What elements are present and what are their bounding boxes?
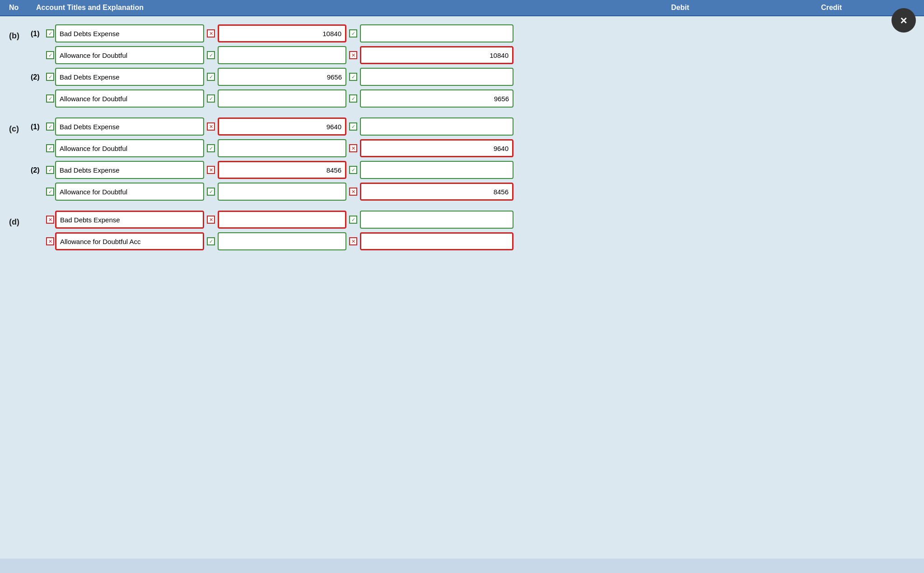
- account-field[interactable]: Bad Debts Expense: [55, 211, 204, 229]
- account-field[interactable]: Bad Debts Expense: [55, 68, 204, 86]
- credit-checkbox[interactable]: ✓: [349, 216, 357, 224]
- account-checkbox[interactable]: ✓: [46, 188, 54, 196]
- account-field[interactable]: Allowance for Doubtful: [55, 139, 204, 157]
- debit-field[interactable]: [218, 232, 346, 250]
- credit-field[interactable]: [360, 211, 513, 229]
- sub-label: [31, 55, 46, 56]
- entry-row: (2)✓Bad Debts Expense✓9656✓: [9, 68, 915, 86]
- account-field[interactable]: Allowance for Doubtful Acc: [55, 232, 204, 250]
- credit-field[interactable]: 8456: [360, 183, 513, 201]
- account-checkbox[interactable]: ✕: [46, 237, 54, 245]
- section-label-d: [9, 239, 31, 244]
- section-label-d: (d): [9, 213, 31, 227]
- section-label-c: [9, 168, 31, 172]
- section-label-c: [9, 189, 31, 194]
- section-label-b: [9, 53, 31, 57]
- section-label-c: (c): [9, 120, 31, 134]
- account-field[interactable]: Bad Debts Expense: [55, 161, 204, 179]
- credit-field[interactable]: 9640: [360, 139, 513, 157]
- account-field[interactable]: Bad Debts Expense: [55, 24, 204, 42]
- sub-label: (2): [31, 165, 46, 174]
- credit-checkbox[interactable]: ✓: [349, 166, 357, 174]
- entry-row: ✓Allowance for Doubtful✓✕9640: [9, 139, 915, 157]
- account-field[interactable]: Allowance for Doubtful: [55, 46, 204, 64]
- debit-checkbox[interactable]: ✕: [207, 29, 215, 38]
- credit-field[interactable]: [360, 24, 513, 42]
- credit-checkbox[interactable]: ✓: [349, 29, 357, 38]
- section-label-c: [9, 146, 31, 150]
- credit-checkbox[interactable]: ✕: [349, 51, 357, 59]
- sub-label: [31, 219, 46, 220]
- debit-field[interactable]: [218, 211, 346, 229]
- sub-label: [31, 191, 46, 192]
- header-account: Account Titles and Explanation: [36, 4, 612, 12]
- debit-checkbox[interactable]: ✓: [207, 51, 215, 59]
- credit-checkbox[interactable]: ✕: [349, 144, 357, 152]
- section-d: (d)✕Bad Debts Expense✕✓✕Allowance for Do…: [9, 207, 915, 256]
- section-c: (c)(1)✓Bad Debts Expense✕9640✓✓Allowance…: [9, 114, 915, 206]
- debit-field[interactable]: [218, 89, 346, 108]
- entry-row: ✓Allowance for Doubtful✓✕10840: [9, 46, 915, 64]
- credit-field[interactable]: 10840: [360, 46, 513, 64]
- account-checkbox[interactable]: ✓: [46, 144, 54, 152]
- entry-row: ✕Allowance for Doubtful Acc✓✕: [9, 232, 915, 250]
- debit-field[interactable]: 8456: [218, 161, 346, 179]
- sub-label: [31, 241, 46, 242]
- debit-field[interactable]: 9656: [218, 68, 346, 86]
- debit-checkbox[interactable]: ✓: [207, 73, 215, 81]
- entry-row: (b)(1)✓Bad Debts Expense✕10840✓: [9, 24, 915, 42]
- account-checkbox[interactable]: ✓: [46, 73, 54, 81]
- header-credit: Credit: [748, 4, 915, 12]
- account-field[interactable]: Allowance for Doubtful: [55, 183, 204, 201]
- account-field[interactable]: Bad Debts Expense: [55, 117, 204, 136]
- content-area: (b)(1)✓Bad Debts Expense✕10840✓✓Allowanc…: [0, 16, 924, 559]
- sub-label: [31, 148, 46, 149]
- sub-label: (2): [31, 72, 46, 81]
- account-checkbox[interactable]: ✓: [46, 94, 54, 103]
- account-checkbox[interactable]: ✓: [46, 51, 54, 59]
- debit-checkbox[interactable]: ✕: [207, 166, 215, 174]
- entry-row: (c)(1)✓Bad Debts Expense✕9640✓: [9, 117, 915, 136]
- debit-field[interactable]: [218, 139, 346, 157]
- header-no: No: [9, 4, 36, 12]
- entry-row: (2)✓Bad Debts Expense✕8456✓: [9, 161, 915, 179]
- section-label-b: (b): [9, 27, 31, 41]
- credit-checkbox[interactable]: ✓: [349, 94, 357, 103]
- debit-field[interactable]: [218, 46, 346, 64]
- credit-field[interactable]: [360, 117, 513, 136]
- table-header: No Account Titles and Explanation Debit …: [0, 0, 924, 16]
- debit-checkbox[interactable]: ✓: [207, 144, 215, 152]
- debit-checkbox[interactable]: ✓: [207, 188, 215, 196]
- debit-checkbox[interactable]: ✓: [207, 94, 215, 103]
- sub-label: (1): [31, 122, 46, 131]
- entry-row: ✓Allowance for Doubtful✓✓9656: [9, 89, 915, 108]
- close-button[interactable]: ×: [891, 8, 916, 33]
- debit-checkbox[interactable]: ✕: [207, 216, 215, 224]
- debit-field[interactable]: 10840: [218, 24, 346, 42]
- credit-checkbox[interactable]: ✓: [349, 122, 357, 131]
- credit-checkbox[interactable]: ✕: [349, 237, 357, 245]
- credit-checkbox[interactable]: ✓: [349, 73, 357, 81]
- account-checkbox[interactable]: ✓: [46, 29, 54, 38]
- section-label-b: [9, 75, 31, 79]
- sub-label: [31, 98, 46, 99]
- debit-checkbox[interactable]: ✓: [207, 237, 215, 245]
- account-checkbox[interactable]: ✓: [46, 122, 54, 131]
- credit-field[interactable]: [360, 232, 513, 250]
- debit-field[interactable]: 9640: [218, 117, 346, 136]
- debit-field[interactable]: [218, 183, 346, 201]
- credit-field[interactable]: [360, 68, 513, 86]
- entry-row: ✓Allowance for Doubtful✓✕8456: [9, 183, 915, 201]
- account-field[interactable]: Allowance for Doubtful: [55, 89, 204, 108]
- credit-field[interactable]: [360, 161, 513, 179]
- sub-label: (1): [31, 29, 46, 38]
- credit-field[interactable]: 9656: [360, 89, 513, 108]
- account-checkbox[interactable]: ✓: [46, 166, 54, 174]
- entry-row: (d)✕Bad Debts Expense✕✓: [9, 211, 915, 229]
- header-debit: Debit: [612, 4, 748, 12]
- section-b: (b)(1)✓Bad Debts Expense✕10840✓✓Allowanc…: [9, 21, 915, 113]
- section-label-b: [9, 96, 31, 101]
- debit-checkbox[interactable]: ✕: [207, 122, 215, 131]
- credit-checkbox[interactable]: ✕: [349, 188, 357, 196]
- account-checkbox[interactable]: ✕: [46, 216, 54, 224]
